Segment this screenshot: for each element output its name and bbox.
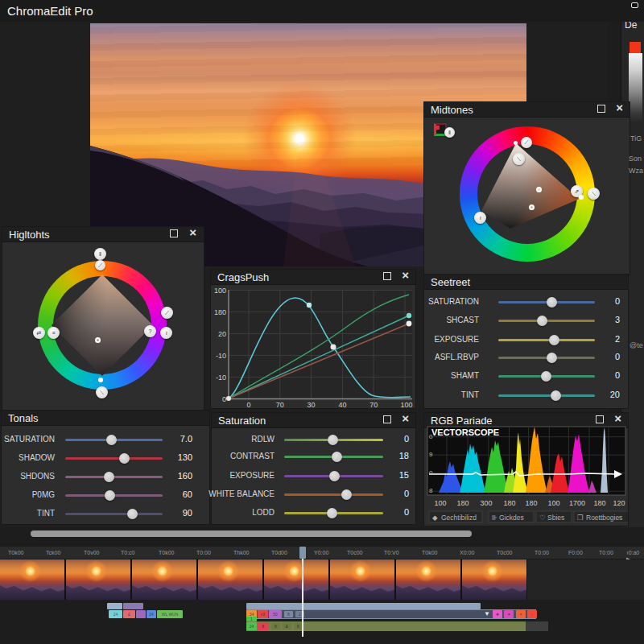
svg-text:9: 9	[429, 451, 433, 458]
svg-text:0: 0	[246, 401, 250, 408]
svg-text:100: 100	[214, 287, 226, 295]
svg-text:Gechtibilizd: Gechtibilizd	[441, 514, 477, 522]
svg-text:Gickdes: Gickdes	[499, 514, 524, 522]
svg-text:◆: ◆	[432, 514, 438, 522]
svg-text:♡: ♡	[539, 514, 546, 522]
svg-text:180: 180	[525, 499, 537, 507]
svg-text:100: 100	[434, 499, 446, 507]
svg-text:0: 0	[429, 469, 433, 477]
svg-text:20: 20	[218, 330, 226, 338]
svg-text:❒: ❒	[577, 514, 584, 522]
svg-text:100: 100	[400, 401, 412, 408]
svg-text:VECTORSCOPE: VECTORSCOPE	[431, 427, 499, 437]
svg-text:0: 0	[222, 395, 226, 403]
svg-text:180: 180	[456, 499, 469, 507]
svg-text:30: 30	[308, 401, 316, 408]
svg-text:120: 120	[613, 499, 625, 507]
svg-text:⊪: ⊪	[492, 514, 497, 522]
svg-text:Sbies: Sbies	[547, 514, 564, 522]
svg-text:40: 40	[338, 401, 346, 408]
svg-text:-10: -10	[216, 374, 226, 382]
svg-text:180: 180	[214, 308, 226, 316]
svg-text:180: 180	[503, 499, 515, 507]
svg-text:0: 0	[429, 433, 433, 440]
svg-text:70: 70	[276, 401, 284, 408]
svg-text:300: 300	[480, 499, 492, 507]
svg-text:Roettbogies: Roettbogies	[586, 514, 622, 522]
svg-text:180: 180	[593, 499, 605, 507]
svg-text:8: 8	[429, 487, 433, 494]
svg-text:1700: 1700	[569, 499, 585, 507]
svg-text:70: 70	[369, 401, 378, 408]
svg-text:100: 100	[547, 499, 559, 507]
svg-text:-10: -10	[216, 352, 226, 360]
